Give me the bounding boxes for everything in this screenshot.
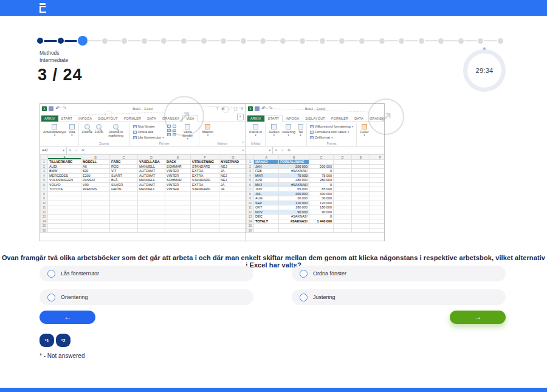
flagged-question-button-1[interactable]: *1 [40, 334, 54, 347]
row-number: 4 [41, 173, 48, 178]
sheet-cell [191, 196, 219, 201]
progress-dot-7[interactable] [161, 38, 167, 44]
progress-dot-13[interactable] [280, 38, 286, 44]
next-button[interactable]: → [450, 311, 506, 324]
app-footer [0, 388, 547, 392]
sheet-cell [191, 224, 219, 229]
sheet-cell: VINTER [165, 182, 191, 187]
progress-dot-4[interactable] [102, 38, 108, 44]
sheet-cell: 65 000 [309, 187, 334, 192]
sheet-cell [352, 201, 370, 205]
progress-dot-17[interactable] [359, 38, 365, 44]
progress-dot-9[interactable] [201, 38, 207, 44]
sheet-cell: 280 000 [309, 178, 334, 183]
sheet-cell: EXTRA [191, 169, 219, 174]
sheet-cell [352, 191, 370, 196]
progress-dot-8[interactable] [181, 38, 187, 44]
ribbon-group-format: Villkorsstyrd formatering▾ Formatera som… [306, 123, 356, 146]
answer-option-4[interactable]: Justering [292, 289, 506, 305]
progress-dot-16[interactable] [339, 38, 345, 44]
back-button[interactable]: ← [40, 311, 95, 324]
progress-dot-24[interactable] [498, 38, 503, 44]
maximize-icon: ▢ [233, 106, 237, 111]
sheet-cell: NEJ [219, 178, 247, 183]
row-number: 11 [41, 205, 48, 210]
sheet-cell [309, 160, 334, 165]
ribbon-group-zooma: Zooma 100% Zooma in markering Zooma [78, 123, 129, 146]
flagged-question-button-2[interactable]: *2 [56, 334, 71, 347]
radio-icon[interactable] [47, 270, 55, 278]
progress-dot-6[interactable] [142, 38, 147, 44]
sheet-cell [370, 169, 385, 174]
arbetsboksvyer-button: Arbetsboksvyer▾ [43, 124, 66, 137]
sheet-cell [352, 215, 370, 219]
progress-dot-3[interactable] [78, 36, 88, 46]
radio-icon[interactable] [300, 294, 308, 301]
progress-dot-14[interactable] [300, 38, 305, 44]
progress-dot-2[interactable] [58, 38, 64, 44]
sheet-cell [165, 224, 191, 229]
tab-sidlayout: SIDLAYOUT [95, 115, 121, 122]
radio-icon[interactable] [47, 294, 55, 301]
tab-infoga: INFOGA [283, 115, 302, 122]
sheet-cell: EXTRA [191, 173, 219, 178]
sheet-cell: BLÅ [110, 178, 138, 183]
sheet-cell: MERCEDES [48, 173, 81, 178]
ordna-alla-button: Ordna alla [133, 129, 164, 135]
progress-dot-5[interactable] [122, 38, 127, 44]
progress-dot-1[interactable] [37, 38, 43, 44]
progress-dot-12[interactable] [260, 38, 266, 44]
progress-connector [167, 40, 181, 42]
column-header-A: A [48, 155, 81, 160]
sheet-cell: SOMMAR [165, 164, 191, 169]
sheet-cell [279, 228, 309, 233]
ribbon-start: Klistra in▾ Urklipp Tecken▾ Justering▾ T… [246, 122, 384, 146]
sheet-cell [81, 205, 110, 210]
sheet-cell: #SAKNAS! [279, 182, 309, 187]
ribbon-group-urklipp: Klistra in▾ Urklipp [246, 123, 265, 146]
sheet-cell: STANDARD [191, 164, 219, 169]
titlebar: X ↶ ↷ Bok2 - Excel [246, 104, 384, 113]
row-number: 7 [247, 187, 254, 192]
progress-dot-10[interactable] [221, 38, 226, 44]
sheet-cell: 200 000 [279, 164, 309, 169]
makron-button: Makron▾ [202, 124, 213, 137]
collapse-ribbon-icon: ^ [242, 141, 244, 145]
progress-connector [64, 40, 78, 42]
sheet-cell [48, 191, 81, 196]
progress-dot-22[interactable] [458, 38, 464, 44]
answer-option-3[interactable]: Orientering [40, 289, 253, 305]
sheet-cell: 0 [309, 215, 334, 219]
sheet-cell [370, 219, 385, 224]
sheet-cell [219, 215, 247, 219]
sheet-cell [81, 215, 110, 219]
progress-connector [326, 40, 339, 42]
progress-connector [345, 40, 359, 42]
tab-sidlayout: SIDLAYOUT [302, 115, 328, 122]
progress-dot-23[interactable] [478, 38, 483, 44]
las-fonsterrutor-button: Lås fönsterrutor▾ [133, 135, 164, 140]
formula-bar: A42▾ ✕ ✓ fx ▾ [40, 146, 246, 154]
sheet-cell: 180 000 [309, 205, 334, 210]
answer-option-2[interactable]: Ordna fönster [292, 266, 506, 281]
sheet-cell [138, 191, 165, 196]
progress-dot-11[interactable] [241, 38, 246, 44]
sheet-cell: 520 [81, 169, 110, 174]
sheet-cell [138, 228, 165, 233]
arrange-all-icon [133, 131, 137, 134]
radio-icon[interactable] [300, 270, 308, 278]
timer-value: 29:34 [475, 67, 493, 74]
sheet-cell: STANDARD [191, 187, 219, 192]
format-as-table-icon [310, 131, 314, 134]
progress-dot-19[interactable] [399, 38, 404, 44]
progress-dot-20[interactable] [419, 38, 424, 44]
answer-option-1[interactable]: Lås fönsterrutor [40, 266, 253, 281]
zooma-in-markering-button: Zooma in markering [106, 124, 126, 137]
row-number: 9 [41, 196, 48, 201]
ribbon-group-tecken: Tecken▾ Justering▾ Tal▾ [265, 123, 306, 146]
question-image: X ↶ ↷ Bok1 - Excel ? ⊞ ─ ▢ ✕ ARKIVSTARTI… [40, 103, 385, 241]
progress-dot-15[interactable] [320, 38, 325, 44]
column-header-D: D [334, 155, 352, 160]
progress-dot-18[interactable] [379, 38, 385, 44]
progress-dot-21[interactable] [438, 38, 444, 44]
